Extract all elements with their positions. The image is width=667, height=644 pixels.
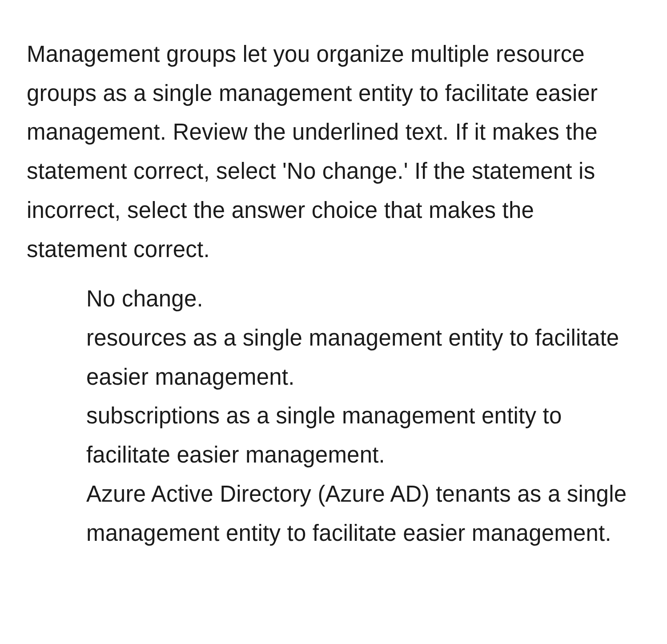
answer-option[interactable]: resources as a single management entity … bbox=[86, 318, 640, 396]
answer-option[interactable]: subscriptions as a single management ent… bbox=[86, 396, 640, 474]
question-text: Management groups let you organize multi… bbox=[27, 35, 640, 269]
answer-option[interactable]: Azure Active Directory (Azure AD) tenant… bbox=[86, 475, 640, 552]
answer-options-list: No change. resources as a single managem… bbox=[27, 279, 640, 552]
answer-option[interactable]: No change. bbox=[86, 279, 640, 318]
